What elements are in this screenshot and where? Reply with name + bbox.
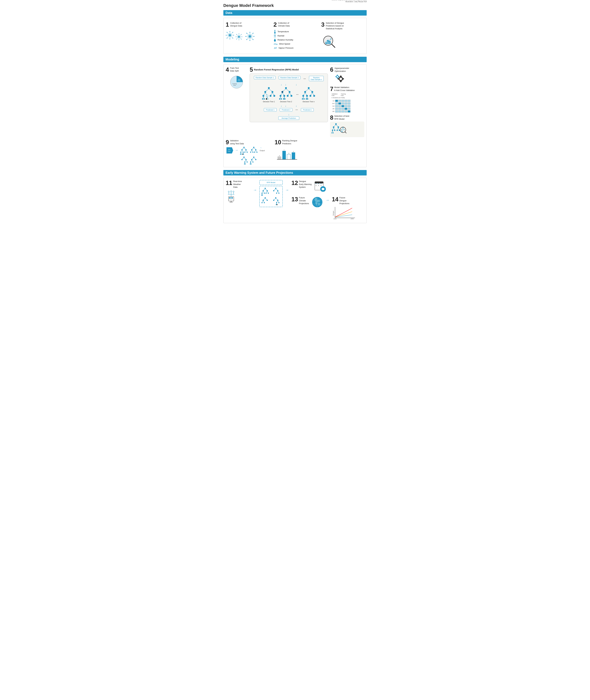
svg-point-12 [227,32,227,32]
avg-prediction-box: Average Prediction [278,116,299,120]
kfold-row-5: 5th [331,110,364,112]
val-tree-3 [240,156,248,165]
step-num-1: 1 [226,22,229,27]
svg-point-305 [273,200,274,201]
svg-line-294 [263,198,265,200]
svg-rect-141 [338,78,339,80]
to-avg-arrow: ↓ [252,113,325,116]
climate-vapour: Vapour Pressure [274,46,294,50]
step-label-5: Random Forest Regression (RFR) Model [254,67,299,71]
weather-station-icon [226,190,240,203]
rfr-model-box: Random Data Sample 1 Random Data Sample … [250,74,328,122]
svg-rect-151 [335,76,336,77]
svg-point-42 [250,32,250,32]
ews-tree-3 [261,197,270,205]
svg-line-237 [252,160,253,162]
svg-line-96 [282,89,286,91]
rfr-samples-row: Random Data Sample 1 Random Data Sample … [252,76,325,81]
svg-line-272 [262,191,263,193]
arrow-2: ↓ [285,83,286,86]
svg-line-159 [333,128,335,130]
svg-line-186 [244,148,246,150]
svg-point-208 [251,149,252,150]
svg-point-14 [232,38,233,38]
svg-line-233 [254,158,256,159]
virus-icon-2 [235,33,242,40]
arrow-rfr-to-12: → [285,180,289,192]
data-section-header: Data [223,10,367,16]
svg-line-276 [266,191,267,193]
rain-icon [274,34,276,38]
svg-point-111 [281,98,282,100]
svg-text:Data: Data [233,84,236,86]
svg-line-273 [263,191,264,193]
svg-point-21 [238,36,239,37]
svg-point-59 [274,34,276,36]
svg-point-297 [267,200,268,201]
svg-point-204 [243,154,244,155]
svg-point-329 [321,185,321,186]
step-label-10: Ranking DenguePredictors [282,139,297,145]
svg-line-177 [341,130,342,132]
svg-point-278 [266,193,267,194]
step-num-11: 11 [226,180,232,186]
svg-point-300 [262,202,263,203]
svg-text:4: 4 [279,155,280,157]
pie-chart: Test Data Training Data [228,74,245,91]
climate-windspeed: Wind Speed [274,42,294,46]
svg-line-277 [267,191,268,193]
svg-point-213 [253,152,254,153]
svg-point-136 [307,98,308,100]
svg-point-116 [308,87,310,89]
dengue-virus-icons [226,31,255,41]
svg-rect-317 [315,182,323,183]
svg-point-107 [290,95,292,97]
step-num-4: 4 [226,67,229,73]
svg-point-169 [333,133,333,134]
kfold-visualization: ValidationFold TrainingFold K Iterations… [331,93,364,112]
data-item-2: 2 Collection ofClimate Data Temperature … [274,22,317,50]
step-label-1: Collection ofDengue Data [230,22,242,27]
step-label-11: Real-timeWeatherData [233,180,242,189]
svg-line-298 [262,201,263,202]
svg-point-153 [335,123,337,125]
wind-icon [274,42,278,46]
kfold-rows: 1st 2nd [331,100,364,112]
svg-line-194 [246,150,247,152]
svg-point-161 [334,129,335,131]
svg-line-117 [305,89,309,91]
step11-block: 11 Real-timeWeatherData [226,180,251,203]
globe-icon [311,196,323,208]
svg-point-2 [229,34,231,36]
dots-predicted: ··· [295,108,298,111]
svg-line-17 [227,37,228,38]
svg-line-211 [252,150,253,152]
step8-block: 8 Selection of bestRFR Model [330,115,364,137]
step12-row: 12 DengueEarly WarningSystem [291,180,364,192]
step-num-6: 6 [330,67,333,73]
svg-line-198 [241,153,241,154]
svg-point-175 [341,129,342,130]
svg-rect-67 [329,41,330,44]
avg-pred-row: Average Prediction [252,116,325,120]
svg-line-60 [274,36,275,37]
svg-line-154 [333,125,336,127]
svg-line-295 [265,198,267,200]
svg-point-235 [255,159,257,160]
svg-point-78 [272,91,273,93]
step14-block: 14 FutureDengueProjections Dengue [332,196,355,221]
svg-line-178 [342,130,342,132]
svg-point-16 [232,32,233,32]
svg-point-229 [244,164,245,165]
svg-line-236 [251,160,252,162]
step-label-14: FutureDengueProjections [339,196,350,205]
sample-n: RandomData Sample n [309,76,324,81]
svg-point-209 [255,149,257,150]
svg-rect-262 [229,197,231,198]
output-label: → Output [260,147,265,152]
best-rfr-tree-svg [331,123,347,135]
svg-line-304 [276,198,278,200]
tree-label-2: Decision Tree 2 [280,101,292,102]
svg-point-4 [229,31,230,32]
step-num-9: 9 [226,139,229,145]
